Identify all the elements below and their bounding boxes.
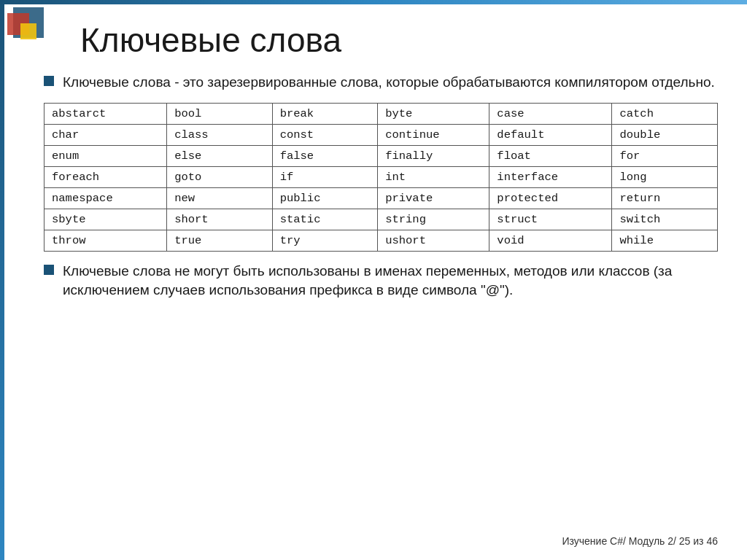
keyword-cell: foreach — [44, 166, 167, 187]
keyword-cell: false — [272, 145, 378, 166]
keyword-cell: short — [167, 209, 273, 230]
keyword-cell: for — [612, 145, 718, 166]
keyword-cell: const — [272, 124, 378, 145]
keyword-cell: int — [378, 166, 489, 187]
keyword-cell: sbyte — [44, 209, 167, 230]
table-row: throwtruetryushortvoidwhile — [44, 230, 718, 251]
keyword-cell: while — [612, 230, 718, 251]
keywords-table: abstarctboolbreakbytecasecatchcharclassc… — [44, 103, 718, 252]
table-row: enumelsefalsefinallyfloatfor — [44, 145, 718, 166]
keyword-cell: long — [612, 166, 718, 187]
keyword-cell: else — [167, 145, 273, 166]
keyword-cell: private — [378, 187, 489, 209]
table-row: namespacenewpublicprivateprotectedreturn — [44, 187, 718, 209]
keyword-cell: break — [272, 103, 378, 124]
keyword-cell: void — [489, 230, 612, 251]
keyword-cell: string — [378, 209, 489, 230]
keyword-cell: if — [272, 166, 378, 187]
square-yellow — [20, 23, 36, 39]
keyword-cell: bool — [167, 103, 273, 124]
footer-text: Изучение C#/ Модуль 2/ 25 из 46 — [562, 535, 718, 547]
main-content: Ключевые слова - это зарезервированные с… — [44, 73, 718, 300]
keyword-cell: public — [272, 187, 378, 209]
table-row: charclassconstcontinuedefaultdouble — [44, 124, 718, 145]
keyword-cell: protected — [489, 187, 612, 209]
keyword-cell: goto — [167, 166, 273, 187]
keyword-cell: return — [612, 187, 718, 209]
keyword-cell: interface — [489, 166, 612, 187]
bullet-text-1: Ключевые слова - это зарезервированные с… — [63, 73, 715, 93]
keyword-cell: switch — [612, 209, 718, 230]
keyword-cell: class — [167, 124, 273, 145]
table-row: sbyteshortstaticstringstructswitch — [44, 209, 718, 230]
keyword-cell: catch — [612, 103, 718, 124]
bullet-text-2: Ключевые слова не могут быть использован… — [63, 262, 718, 300]
keyword-cell: ushort — [378, 230, 489, 251]
keyword-cell: abstarct — [44, 103, 167, 124]
table-row: foreachgotoifintinterfacelong — [44, 166, 718, 187]
keyword-cell: struct — [489, 209, 612, 230]
keyword-cell: double — [612, 124, 718, 145]
keyword-cell: continue — [378, 124, 489, 145]
left-decorative-bar — [0, 0, 4, 560]
keyword-cell: finally — [378, 145, 489, 166]
keyword-cell: new — [167, 187, 273, 209]
keyword-cell: byte — [378, 103, 489, 124]
table-row: abstarctboolbreakbytecasecatch — [44, 103, 718, 124]
keyword-cell: case — [489, 103, 612, 124]
page-title: Ключевые слова — [80, 20, 341, 60]
top-decorative-bar — [0, 0, 747, 4]
bullet-item-1: Ключевые слова - это зарезервированные с… — [44, 73, 718, 93]
keyword-cell: float — [489, 145, 612, 166]
bullet-icon-2 — [44, 265, 54, 275]
keyword-cell: namespace — [44, 187, 167, 209]
slide: Ключевые слова Ключевые слова - это заре… — [0, 0, 747, 560]
corner-decoration — [7, 7, 51, 51]
bullet-item-2: Ключевые слова не могут быть использован… — [44, 262, 718, 300]
keyword-cell: char — [44, 124, 167, 145]
keyword-cell: try — [272, 230, 378, 251]
keyword-cell: static — [272, 209, 378, 230]
bullet-icon-1 — [44, 76, 54, 86]
keyword-cell: throw — [44, 230, 167, 251]
keyword-cell: enum — [44, 145, 167, 166]
header: Ключевые слова — [80, 20, 718, 60]
keyword-cell: true — [167, 230, 273, 251]
keyword-cell: default — [489, 124, 612, 145]
